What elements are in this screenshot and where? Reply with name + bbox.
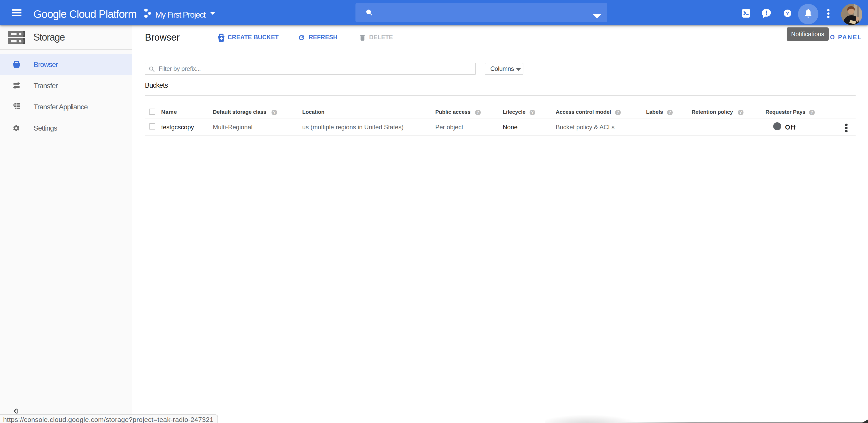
svg-text:?: ? bbox=[786, 11, 789, 16]
